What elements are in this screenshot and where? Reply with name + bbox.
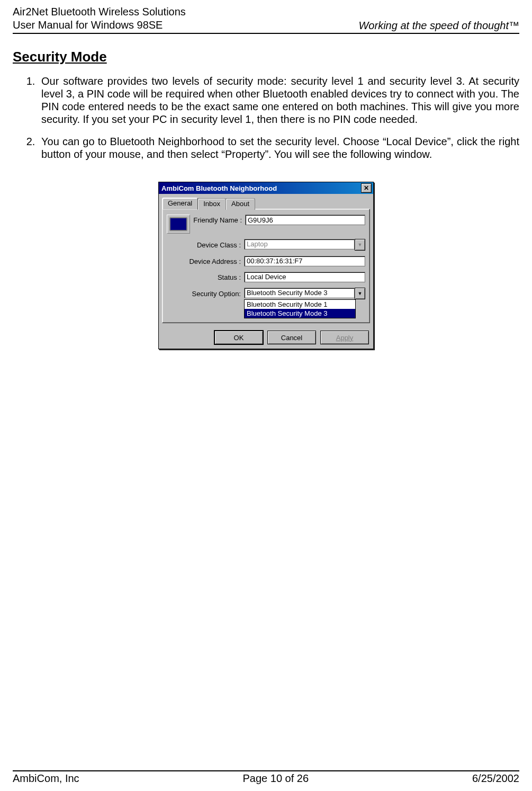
header-line-1: Air2Net Bluetooth Wireless Solutions (13, 5, 186, 19)
button-label: OK (234, 334, 244, 342)
page: Air2Net Bluetooth Wireless Solutions Use… (0, 0, 532, 791)
button-label: Cancel (281, 334, 302, 342)
device-address-value: 00:80:37:16:31:F7 (244, 256, 365, 266)
tab-label: Inbox (203, 200, 220, 208)
row-friendly-name: Friendly Name : (167, 215, 365, 234)
tab-label: About (231, 200, 249, 208)
security-option-dropdown-list: Bluetooth Security Mode 1 Bluetooth Secu… (244, 299, 356, 318)
body-list: Our software provides two levels of secu… (13, 75, 519, 161)
general-panel: Friendly Name : Device Class : Laptop ▼ … (162, 209, 370, 323)
dialog-wrap: AmbiCom Bluetooth Neighborhood ✕ General… (13, 182, 519, 349)
footer-left: AmbiCom, Inc (13, 772, 79, 785)
footer-right: 6/25/2002 (472, 772, 519, 785)
chevron-down-icon: ▼ (358, 242, 363, 247)
tab-general[interactable]: General (162, 198, 198, 209)
properties-dialog: AmbiCom Bluetooth Neighborhood ✕ General… (158, 182, 374, 349)
close-button[interactable]: ✕ (361, 183, 372, 193)
row-status: Status : Local Device (167, 272, 365, 282)
header-right: Working at the speed of thought™ (358, 20, 519, 32)
label-device-address: Device Address : (167, 257, 244, 265)
tab-strip: General Inbox About (159, 194, 373, 209)
device-class-dropdown-button: ▼ (355, 239, 365, 251)
tab-inbox[interactable]: Inbox (197, 198, 226, 210)
titlebar-text: AmbiCom Bluetooth Neighborhood (160, 184, 277, 192)
button-label: Apply (336, 334, 354, 342)
cancel-button[interactable]: Cancel (267, 331, 316, 344)
label-status: Status : (167, 273, 244, 281)
security-option-dropdown-button[interactable]: ▼ (355, 288, 365, 299)
security-option-value[interactable]: Bluetooth Security Mode 3 (244, 288, 355, 298)
header-left: Air2Net Bluetooth Wireless Solutions Use… (13, 5, 186, 32)
tab-about[interactable]: About (226, 198, 255, 210)
row-device-address: Device Address : 00:80:37:16:31:F7 (167, 256, 365, 266)
dropdown-item-mode1[interactable]: Bluetooth Security Mode 1 (245, 300, 355, 309)
titlebar[interactable]: AmbiCom Bluetooth Neighborhood ✕ (159, 182, 373, 194)
label-friendly-name: Friendly Name : (193, 216, 245, 224)
list-item: You can go to Bluetooth Neighborhood to … (38, 135, 519, 161)
laptop-icon (167, 215, 190, 234)
device-class-value: Laptop (244, 239, 355, 250)
header-line-2: User Manual for Windows 98SE (13, 19, 186, 32)
page-header: Air2Net Bluetooth Wireless Solutions Use… (13, 5, 519, 34)
friendly-name-input[interactable] (245, 215, 365, 225)
dropdown-item-mode3[interactable]: Bluetooth Security Mode 3 (245, 309, 355, 318)
dialog-button-row: OK Cancel Apply (159, 326, 373, 349)
close-icon: ✕ (364, 184, 369, 192)
tab-label: General (168, 199, 192, 207)
apply-button: Apply (320, 331, 369, 344)
label-security-option: Security Option: (167, 290, 244, 298)
footer-center: Page 10 of 26 (243, 772, 309, 785)
label-device-class: Device Class : (167, 241, 244, 249)
row-security-option: Security Option: Bluetooth Security Mode… (167, 288, 365, 299)
chevron-down-icon: ▼ (358, 291, 363, 296)
row-device-class: Device Class : Laptop ▼ (167, 239, 365, 251)
page-footer: AmbiCom, Inc Page 10 of 26 6/25/2002 (13, 770, 519, 785)
ok-button[interactable]: OK (214, 331, 263, 344)
section-title: Security Mode (13, 49, 519, 65)
list-item: Our software provides two levels of secu… (38, 75, 519, 126)
status-value: Local Device (244, 272, 365, 282)
